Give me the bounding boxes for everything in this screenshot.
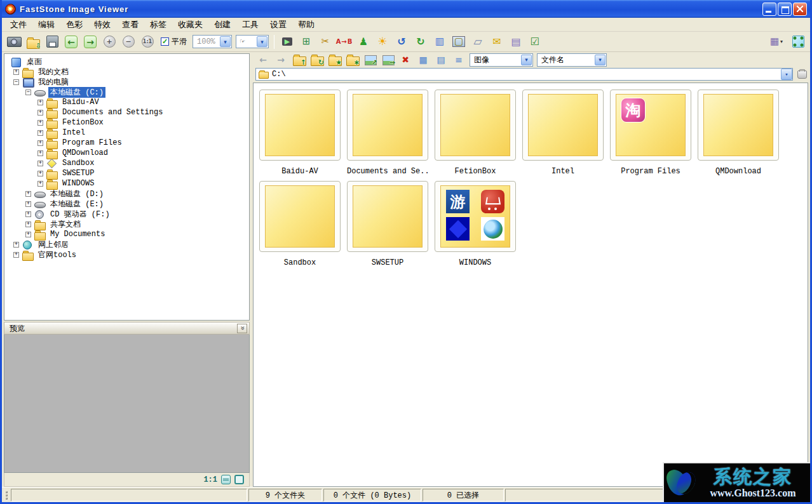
- expander-icon[interactable]: [37, 140, 43, 146]
- view-details-button[interactable]: ▤: [433, 53, 449, 67]
- expander-icon[interactable]: [25, 222, 31, 227]
- crop-button[interactable]: ✂: [316, 34, 334, 50]
- expander-icon[interactable]: [25, 90, 31, 95]
- folder-item[interactable]: Baidu-AV: [259, 90, 341, 177]
- tree-item[interactable]: 本地磁盘 (C:): [7, 87, 249, 97]
- open-file-button[interactable]: ⇩: [24, 34, 42, 50]
- expander-icon[interactable]: [25, 191, 31, 197]
- move-to-button[interactable]: ↗: [362, 53, 378, 67]
- filter-select[interactable]: 图像: [470, 53, 533, 67]
- tree-item[interactable]: QMDownload: [7, 148, 249, 158]
- tree-item[interactable]: 官网tools: [7, 249, 249, 260]
- tree-item[interactable]: CD 驱动器 (F:): [7, 209, 249, 219]
- redeye-removal-button[interactable]: ♟: [355, 34, 372, 50]
- menu-item[interactable]: 编辑: [32, 18, 60, 32]
- folder-item[interactable]: Intel: [522, 90, 604, 177]
- acquire-camera-button[interactable]: [5, 34, 23, 50]
- view-thumbnails-button[interactable]: ▦: [415, 53, 431, 67]
- menu-item[interactable]: 工具: [236, 18, 264, 32]
- new-folder-button[interactable]: ∗: [344, 53, 360, 67]
- expander-icon[interactable]: [25, 211, 31, 217]
- hand-tool-select[interactable]: ☞: [236, 35, 269, 48]
- up-folder-button[interactable]: ↑: [290, 53, 307, 67]
- tree-item[interactable]: Program Files: [7, 138, 249, 148]
- zoom-in-button[interactable]: +: [100, 34, 118, 50]
- expander-icon[interactable]: [37, 130, 43, 136]
- print-button[interactable]: ▤: [507, 34, 525, 50]
- folder-item[interactable]: FetionBox: [435, 90, 516, 177]
- layout-selector-button[interactable]: ▦: [765, 34, 788, 50]
- batch-rename-button[interactable]: A→B: [335, 34, 353, 50]
- expander-icon[interactable]: [37, 110, 43, 116]
- fullscreen-button[interactable]: [789, 34, 807, 50]
- expander-icon[interactable]: [37, 100, 43, 105]
- menu-item[interactable]: 标签: [144, 18, 172, 32]
- menu-item[interactable]: 色彩: [60, 18, 88, 32]
- email-button[interactable]: ✉: [488, 34, 506, 50]
- adjust-colors-button[interactable]: ☀: [374, 34, 391, 50]
- chevron-down-icon[interactable]: [781, 69, 792, 80]
- tree-item[interactable]: 本地磁盘 (E:): [7, 199, 249, 209]
- expander-icon[interactable]: [37, 150, 43, 156]
- acquire-scanner-button[interactable]: ▱: [469, 34, 487, 50]
- favorites-button[interactable]: ★: [326, 53, 342, 67]
- rotate-left-button[interactable]: ↺: [393, 34, 410, 50]
- expander-icon[interactable]: [37, 171, 43, 176]
- tree-item[interactable]: 我的文档: [7, 67, 249, 77]
- close-button[interactable]: [793, 3, 807, 16]
- settings-button[interactable]: ☑: [526, 34, 544, 50]
- expander-icon[interactable]: [25, 201, 31, 207]
- collapse-preview-button[interactable]: [237, 324, 247, 333]
- next-image-button[interactable]: →: [81, 34, 99, 50]
- nav-back-button[interactable]: ←: [255, 53, 271, 67]
- zoom-out-button[interactable]: −: [119, 34, 137, 50]
- expander-icon[interactable]: [13, 69, 19, 75]
- menu-item[interactable]: 查看: [116, 18, 144, 32]
- menu-item[interactable]: 创建: [208, 18, 236, 32]
- tree-item[interactable]: 我的电脑: [7, 77, 249, 87]
- view-list-button[interactable]: ≡: [450, 53, 467, 67]
- expander-icon[interactable]: [13, 242, 19, 248]
- previous-image-button[interactable]: ←: [62, 34, 80, 50]
- tree-item[interactable]: 共享文档: [7, 219, 249, 229]
- refresh-button[interactable]: ↻: [308, 53, 325, 67]
- expander-icon[interactable]: [13, 79, 19, 85]
- folder-item[interactable]: QMDownload: [698, 90, 779, 177]
- tree-item[interactable]: 桌面: [7, 56, 249, 67]
- folder-item[interactable]: SWSETUP: [347, 181, 428, 269]
- tree-item[interactable]: 本地磁盘 (D:): [7, 189, 249, 199]
- tree-item[interactable]: My Documents: [7, 229, 249, 239]
- menu-item[interactable]: 文件: [4, 18, 32, 32]
- expander-icon[interactable]: [37, 181, 43, 187]
- tree-item[interactable]: Documents and Settings: [7, 107, 249, 117]
- expander-icon[interactable]: [37, 120, 43, 126]
- sort-select[interactable]: 文件名: [537, 53, 607, 67]
- tree-item[interactable]: Baidu-AV: [7, 97, 249, 107]
- chevron-down-icon[interactable]: [257, 36, 267, 47]
- batch-convert-button[interactable]: ⊞: [297, 34, 315, 50]
- expander-icon[interactable]: [37, 161, 43, 166]
- expander-icon[interactable]: [13, 252, 19, 258]
- tree-item[interactable]: Sandbox: [7, 158, 249, 168]
- lock-frame-icon[interactable]: [234, 475, 244, 484]
- folder-item[interactable]: Documents and Se...: [347, 90, 428, 177]
- screen-capture-button[interactable]: ▢: [450, 34, 468, 50]
- save-as-button[interactable]: [43, 34, 61, 50]
- menu-item[interactable]: 帮助: [292, 18, 320, 32]
- chevron-down-icon[interactable]: [595, 55, 606, 65]
- tree-item[interactable]: SWSETUP: [7, 168, 249, 178]
- nav-forward-button[interactable]: →: [273, 53, 289, 67]
- fit-window-icon[interactable]: [221, 475, 231, 484]
- expander-icon[interactable]: [25, 232, 31, 237]
- slideshow-button[interactable]: ▶: [278, 34, 296, 50]
- maximize-button[interactable]: [778, 3, 792, 16]
- delete-button[interactable]: ✖: [397, 53, 414, 67]
- menu-item[interactable]: 收藏夹: [172, 18, 208, 32]
- compare-images-button[interactable]: ▥: [431, 34, 449, 50]
- tree-item[interactable]: WINDOWS: [7, 178, 249, 189]
- chevron-down-icon[interactable]: [220, 36, 231, 47]
- chevron-down-icon[interactable]: [521, 55, 532, 65]
- address-input[interactable]: C:\: [255, 68, 793, 81]
- minimize-button[interactable]: [762, 3, 776, 16]
- menu-item[interactable]: 特效: [88, 18, 116, 32]
